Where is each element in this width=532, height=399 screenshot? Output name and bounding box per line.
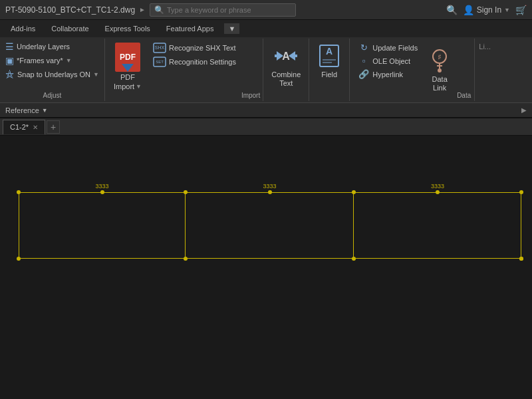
svg-text:A: A <box>282 51 290 62</box>
ribbon: Add-ins Collaborate Express Tools Featur… <box>0 20 532 118</box>
svg-marker-8 <box>289 51 297 61</box>
data-link-button[interactable]: ♯ Data Link <box>423 40 456 100</box>
pdf-icon: PDF <box>115 43 140 72</box>
field-label: Field <box>321 70 337 78</box>
frames-vary-button[interactable]: ▣ *Frames vary* ▼ <box>3 54 74 67</box>
svg-point-18 <box>438 68 442 72</box>
snap-underlays-label: Snap to Underlays ON <box>17 70 90 78</box>
tab-express-tools[interactable]: Express Tools <box>97 20 158 37</box>
li-group: Li... <box>475 39 495 101</box>
svg-text:A: A <box>326 46 332 57</box>
search-box[interactable]: 🔍 Type a keyword or phrase <box>150 3 296 17</box>
corner-bm1 <box>184 257 188 261</box>
user-icon: 👤 <box>463 5 474 15</box>
ribbon-tab-bar: Add-ins Collaborate Express Tools Featur… <box>0 20 532 37</box>
recognition-icon: SET <box>153 57 166 67</box>
data-group-label: Data <box>456 90 471 100</box>
adjust-group: ☰ Underlay Layers ▣ *Frames vary* ▼ ⛤ Sn… <box>0 39 105 101</box>
tab-collaborate[interactable]: Collaborate <box>43 20 96 37</box>
tab-add-ins[interactable]: Add-ins <box>3 20 43 37</box>
corner-tm-2 <box>268 190 272 194</box>
layers-icon: ☰ <box>5 41 14 52</box>
pdf-dropdown-icon: ▼ <box>136 83 142 90</box>
snap-underlays-button[interactable]: ⛤ Snap to Underlays ON ▼ <box>3 68 102 81</box>
combine-text-button[interactable]: A Combine Text <box>266 40 306 90</box>
combine-text-group: A Combine Text <box>263 39 309 101</box>
combine-svg: A <box>274 43 298 69</box>
corner-br-all <box>519 257 523 261</box>
svg-text:♯: ♯ <box>438 53 442 62</box>
reference-dropdown-icon[interactable]: ▼ <box>42 107 48 114</box>
tab-featured-apps[interactable]: Featured Apps <box>158 20 222 37</box>
data-group: ↻ Update Fields ▫ OLE Object 🔗 Hyperlink… <box>350 39 475 101</box>
rect-group-2: 3333 <box>186 192 354 259</box>
recognition-settings-label: Recognition Settings <box>169 58 236 66</box>
update-fields-label: Update Fields <box>372 44 418 52</box>
corner-tm-1 <box>100 190 104 194</box>
frames-vary-label: *Frames vary* <box>17 57 63 65</box>
field-button[interactable]: A Field <box>312 40 346 81</box>
update-icon: ↻ <box>358 43 370 53</box>
ole-object-button[interactable]: ▫ OLE Object <box>355 55 420 67</box>
adjust-group-label: Adjust <box>3 90 102 100</box>
hyperlink-label: Hyperlink <box>372 70 403 78</box>
svg-text:SET: SET <box>156 60 164 64</box>
ole-object-label: OLE Object <box>372 57 410 65</box>
sign-in-label: Sign In <box>477 5 501 15</box>
hyperlink-button[interactable]: 🔗 Hyperlink <box>355 68 420 80</box>
frames-dropdown-icon: ▼ <box>66 57 72 64</box>
data-link-label: Data Link <box>432 75 448 92</box>
search-icon: 🔍 <box>154 5 164 15</box>
field-svg: A <box>317 43 341 69</box>
corner-bl-all <box>17 257 21 261</box>
combine-text-label: Combine Text <box>271 70 301 88</box>
import-group-label: Import <box>241 90 260 100</box>
import-group: PDF PDF Import ▼ SHX <box>105 39 263 101</box>
rect-group-1: 3333 <box>19 192 186 259</box>
dropdown-arrow-icon: ▼ <box>504 7 510 13</box>
datalink-svg: ♯ <box>428 47 452 74</box>
datalink-icon: ♯ <box>428 47 452 74</box>
main-canvas-area: 3333 3333 3333 <box>0 136 532 399</box>
pdf-import-row2: Import ▼ <box>114 82 142 90</box>
document-tab[interactable]: C1-2* ✕ <box>3 120 45 134</box>
underlay-layers-button[interactable]: ☰ Underlay Layers <box>3 40 72 53</box>
update-fields-button[interactable]: ↻ Update Fields <box>355 41 420 54</box>
pdf-import-button[interactable]: PDF PDF Import ▼ <box>108 40 148 93</box>
pdf-import-label: PDF <box>120 73 135 81</box>
new-tab-button[interactable]: + <box>47 120 60 134</box>
ribbon-expand-icon[interactable]: ▶ <box>521 106 527 114</box>
frames-icon: ▣ <box>5 55 14 66</box>
reference-label: Reference <box>5 106 39 114</box>
import-small-buttons: SHX Recognize SHX Text SET Recognition S… <box>148 40 241 100</box>
tab-bar: C1-2* ✕ + <box>0 118 532 136</box>
sign-in-button[interactable]: 👤 Sign In ▼ <box>463 5 510 15</box>
cart-icon[interactable]: 🛒 <box>515 5 527 15</box>
ribbon-content: ☰ Underlay Layers ▣ *Frames vary* ▼ ⛤ Sn… <box>0 37 532 102</box>
corner-tm-3 <box>436 190 440 194</box>
combine-text-icon: A <box>274 43 298 69</box>
hyperlink-icon: 🔗 <box>358 69 370 79</box>
corner-tr-3 <box>519 190 523 194</box>
tab-close-icon[interactable]: ✕ <box>33 124 38 131</box>
adjust-group-items: ☰ Underlay Layers ▣ *Frames vary* ▼ ⛤ Sn… <box>3 40 102 90</box>
doc-tab-label: C1-2* <box>10 123 29 131</box>
ribbon-footer: Reference ▼ ▶ <box>0 102 532 117</box>
ribbon-dropdown-btn[interactable]: ▼ <box>224 23 239 34</box>
shx-svg: SHX <box>153 43 166 53</box>
rect-outline-1 <box>19 192 186 259</box>
svg-text:SHX: SHX <box>155 45 165 50</box>
field-group: A Field <box>309 39 350 101</box>
field-group-label <box>312 90 346 100</box>
drawing-area: 3333 3333 3333 <box>19 192 521 265</box>
ribbon-extra: ▼ <box>224 23 239 34</box>
rect-group-3: 3333 <box>354 192 521 259</box>
recognition-settings-button[interactable]: SET Recognition Settings <box>150 55 239 68</box>
shx-icon: SHX <box>153 43 166 53</box>
search-placeholder: Type a keyword or phrase <box>167 6 251 14</box>
ole-icon: ▫ <box>358 56 370 66</box>
data-small-buttons: ↻ Update Fields ▫ OLE Object 🔗 Hyperlink <box>352 40 423 100</box>
pdf-svg: PDF <box>115 43 140 72</box>
rect-outline-2 <box>186 192 354 259</box>
recognize-shx-button[interactable]: SHX Recognize SHX Text <box>150 41 239 55</box>
